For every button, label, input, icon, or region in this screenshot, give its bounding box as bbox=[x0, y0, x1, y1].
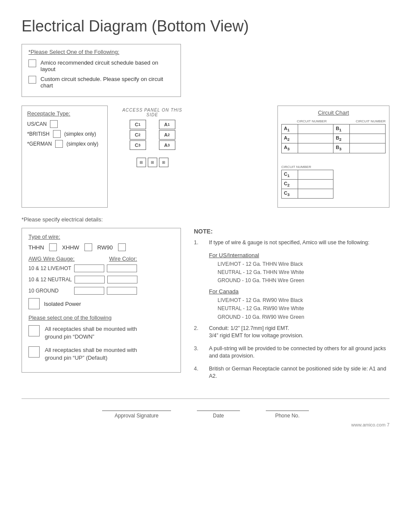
note-4-num: 4. bbox=[194, 365, 202, 380]
circuit-b2-val bbox=[350, 134, 386, 143]
circuit-a3-val bbox=[298, 143, 333, 153]
circuit-c-header: CIRCUIT NUMBER bbox=[281, 165, 386, 169]
circuit-a2-val bbox=[298, 134, 333, 143]
ground-down-row: All receptacles shall be mounted with gr… bbox=[28, 325, 174, 341]
panel-icon-1: ⊞ bbox=[137, 158, 146, 167]
phone-sig-line[interactable] bbox=[266, 402, 309, 411]
circuit-a1-val bbox=[298, 124, 333, 134]
wire-live-hot-color-input[interactable] bbox=[107, 264, 137, 272]
wire-type-title: Type of wire: bbox=[28, 233, 174, 240]
wire-live-hot-gauge-input[interactable] bbox=[74, 264, 104, 272]
wire-rw90-checkbox[interactable] bbox=[118, 243, 126, 251]
circuit-c1-row: C1 bbox=[282, 170, 333, 179]
wire-gauge-header: AWG Wire Gauge: Wire Color: bbox=[28, 255, 174, 262]
panel-cell-c3: C3 bbox=[130, 140, 146, 150]
wire-neutral-gauge-input[interactable] bbox=[75, 276, 105, 283]
circuit-c3-val bbox=[298, 189, 333, 198]
note-2-num: 2. bbox=[194, 325, 202, 340]
wire-xhhw-label: XHHW bbox=[62, 244, 79, 251]
panel-cell-a2: A2 bbox=[159, 130, 175, 140]
left-forms: Type of wire: THHN XHHW RW90 AWG Wire Ga… bbox=[22, 228, 181, 386]
circuit-ab-headers: CIRCUIT NUMBER CIRCUIT NUMBER bbox=[281, 119, 386, 123]
circuit-c2-val bbox=[298, 179, 333, 189]
wire-ground-color-input[interactable] bbox=[107, 287, 137, 295]
wire-ground-label: 10 GROUND bbox=[28, 288, 72, 294]
receptacle-german-checkbox[interactable] bbox=[55, 140, 63, 148]
circuit-c3-row: C3 bbox=[282, 189, 333, 198]
note-item-3: 3. A pull-string will be provided to be … bbox=[194, 345, 389, 360]
receptacle-british-label: *BRITISH bbox=[27, 131, 50, 137]
wire-live-hot-row: 10 & 12 LIVE/HOT bbox=[28, 264, 174, 272]
top-option-1-row: Amico recommended circuit schedule based… bbox=[28, 59, 174, 72]
awg-label: AWG Wire Gauge: bbox=[28, 255, 75, 262]
top-select-title: *Please Select One of the Following: bbox=[28, 49, 174, 55]
panel-cell-c2: C2 bbox=[130, 130, 146, 140]
date-sig-block: Date bbox=[197, 402, 240, 419]
ground-up-label: All receptacles shall be mounted with gr… bbox=[45, 346, 137, 362]
circuit-c3-id: C3 bbox=[282, 189, 298, 198]
receptacle-british-note: (simplex only) bbox=[64, 131, 96, 137]
wire-type-row: THHN XHHW RW90 bbox=[28, 243, 174, 251]
footer-text: www.amico.com 7 bbox=[22, 422, 389, 427]
circuit-a2-id: A2 bbox=[282, 134, 298, 143]
circuit-ab-table: A1 B1 A2 B2 A3 B3 bbox=[281, 124, 386, 153]
isolated-power-row: Isolated Power bbox=[28, 298, 174, 309]
circuit-chart-box: Circuit Chart CIRCUIT NUMBER CIRCUIT NUM… bbox=[277, 106, 389, 208]
circuit-b1-val bbox=[350, 124, 386, 134]
circuit-b1-id: B1 bbox=[333, 124, 350, 134]
receptacle-german-label: *GERMAN bbox=[27, 141, 52, 147]
ground-up-checkbox[interactable] bbox=[28, 346, 40, 358]
panel-cell-c1: C1 bbox=[130, 120, 146, 129]
top-option-1-checkbox[interactable] bbox=[28, 59, 36, 67]
circuit-b2-id: B2 bbox=[333, 134, 350, 143]
wire-ground-gauge-input[interactable] bbox=[74, 287, 104, 295]
circuit-header-circuit-number-right: CIRCUIT NUMBER bbox=[341, 119, 386, 123]
wire-neutral-row: 10 & 12 NEUTRAL bbox=[28, 276, 174, 283]
circuit-chart-title: Circuit Chart bbox=[281, 109, 386, 116]
panel-icon-3: ⊞ bbox=[159, 158, 168, 167]
note-1-text: If type of wire & gauge is not specified… bbox=[209, 239, 369, 247]
receptacle-british-row: *BRITISH (simplex only) bbox=[27, 130, 102, 138]
receptacle-british-checkbox[interactable] bbox=[53, 130, 61, 138]
right-notes: NOTE: 1. If type of wire & gauge is not … bbox=[194, 228, 389, 386]
date-sig-line[interactable] bbox=[197, 402, 240, 411]
isolated-power-label: Isolated Power bbox=[44, 301, 81, 307]
circuit-c1-id: C1 bbox=[282, 170, 298, 179]
wire-thhn-checkbox[interactable] bbox=[49, 243, 57, 251]
wire-neutral-color-input[interactable] bbox=[107, 276, 137, 283]
please-select-label: Please select one of the following bbox=[28, 314, 174, 321]
color-label: Wire Color: bbox=[109, 255, 137, 262]
panel-bottom-icons: ⊞ ⊞ ⊞ bbox=[137, 158, 168, 167]
wire-xhhw-checkbox[interactable] bbox=[84, 243, 92, 251]
receptacle-box: Receptacle Type: US/CAN *BRITISH (simple… bbox=[22, 106, 108, 208]
circuit-b3-id: B3 bbox=[333, 143, 350, 153]
receptacle-german-row: *GERMAN (simplex only) bbox=[27, 140, 102, 148]
note-item-4: 4. British or German Receptacle cannot b… bbox=[194, 365, 389, 380]
wire-section: Type of wire: THHN XHHW RW90 AWG Wire Ga… bbox=[22, 228, 181, 373]
note-1-sub1-header: For US/International bbox=[209, 252, 389, 258]
note-2-text: Conduit: 1/2” [12.7mm] rigid EMT. 3/4” r… bbox=[209, 325, 303, 340]
wire-thhn-label: THHN bbox=[28, 244, 44, 251]
note-3-text: A pull-string will be provided to be con… bbox=[209, 345, 389, 360]
ground-down-checkbox[interactable] bbox=[28, 325, 40, 336]
page-title: Electrical Diagram (Bottom View) bbox=[22, 17, 389, 35]
circuit-b3-val bbox=[350, 143, 386, 153]
circuit-ab-row-2: A2 B2 bbox=[282, 134, 386, 143]
circuit-c2-id: C2 bbox=[282, 179, 298, 189]
isolated-power-checkbox[interactable] bbox=[28, 298, 40, 309]
phone-sig-block: Phone No. bbox=[266, 402, 309, 419]
note-item-2: 2. Conduit: 1/2” [12.7mm] rigid EMT. 3/4… bbox=[194, 325, 389, 340]
ground-down-label: All receptacles shall be mounted with gr… bbox=[45, 325, 137, 341]
panel-grid: C1 C2 C3 A1 A2 A3 bbox=[130, 120, 175, 150]
phone-sig-label: Phone No. bbox=[275, 413, 300, 419]
receptacle-german-note: (simplex only) bbox=[66, 141, 98, 147]
panel-label: ACCESS PANEL ON THIS SIDE bbox=[116, 108, 188, 117]
signature-bar: Approval Signature Date Phone No. bbox=[22, 398, 389, 419]
receptacle-uscan-checkbox[interactable] bbox=[50, 120, 58, 128]
top-option-2-checkbox[interactable] bbox=[28, 76, 36, 84]
approval-sig-line[interactable] bbox=[102, 402, 171, 411]
circuit-c2-row: C2 bbox=[282, 179, 333, 189]
receptacle-title: Receptacle Type: bbox=[27, 110, 102, 117]
note-1-sub2-detail: LIVE/HOT - 12 Ga. RW90 Wire Black NEUTRA… bbox=[218, 296, 389, 321]
wire-ground-row: 10 GROUND bbox=[28, 287, 174, 295]
